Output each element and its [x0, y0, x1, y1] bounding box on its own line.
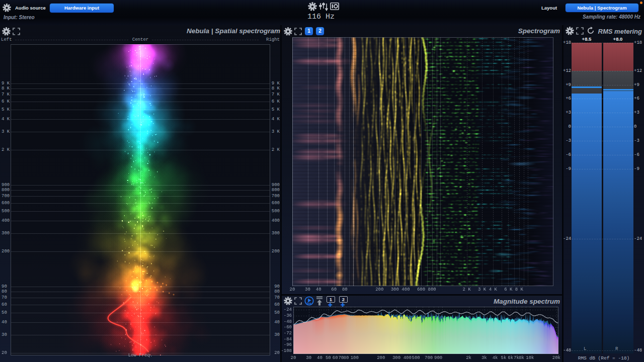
svg-text:live: live [307, 302, 311, 305]
